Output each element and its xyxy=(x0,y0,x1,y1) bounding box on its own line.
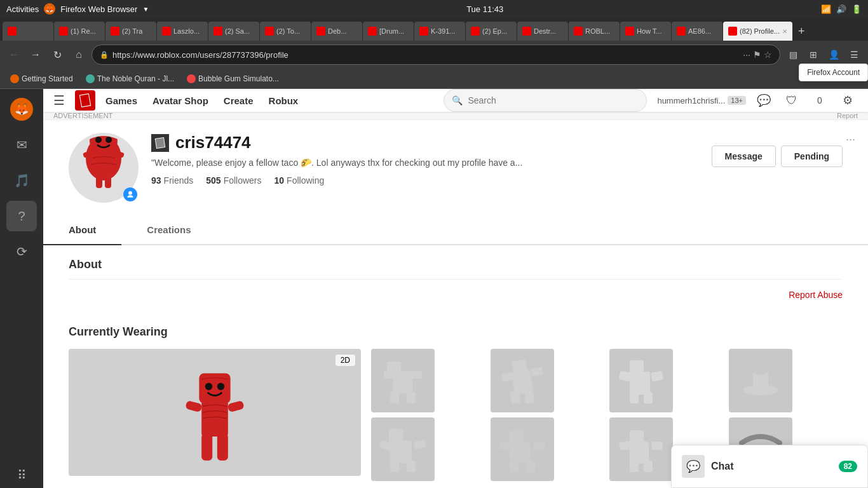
chat-bubble-icon: 💬 xyxy=(682,455,705,478)
tab-label-3: (2) Tra xyxy=(122,27,142,35)
back-button[interactable]: ← xyxy=(5,46,23,64)
report-abuse-link[interactable]: Report Abuse xyxy=(69,287,843,302)
shield-header-icon[interactable]: 🛡 xyxy=(782,90,802,111)
tab-11[interactable]: Destr... xyxy=(517,22,568,41)
hamburger-menu-icon[interactable]: ☰ xyxy=(53,93,65,108)
svg-rect-25 xyxy=(390,392,399,403)
advertisement-label: ADVERTISEMENT xyxy=(53,112,112,119)
followers-count: 505 xyxy=(206,175,220,186)
friends-stat: 93 Friends xyxy=(151,175,193,186)
sidebar-toggle-icon[interactable]: ⊞ xyxy=(804,46,822,64)
tab-label-13: How T... xyxy=(637,27,662,35)
forward-button[interactable]: → xyxy=(27,46,44,64)
bookmark-quran[interactable]: The Noble Quran - Jl... xyxy=(81,73,179,85)
pocket-icon[interactable]: ⚑ xyxy=(753,50,761,60)
nav-create[interactable]: Create xyxy=(224,95,254,106)
wearing-item-7[interactable] xyxy=(609,417,673,481)
svg-rect-49 xyxy=(510,442,530,463)
chat-header-icon[interactable]: 💬 xyxy=(754,90,774,111)
following-stat: 10 Following xyxy=(275,175,325,186)
new-tab-button[interactable]: + xyxy=(793,22,810,41)
tab-12[interactable]: ROBL... xyxy=(569,22,620,41)
sidebar-extension-update[interactable]: ⟳ xyxy=(6,236,37,267)
svg-rect-34 xyxy=(630,372,650,395)
tab-favicon-4 xyxy=(162,27,171,36)
sidebar-more-apps[interactable]: ⠿ xyxy=(17,468,27,483)
tab-8[interactable]: [Drum... xyxy=(363,22,414,41)
wearing-item-3[interactable] xyxy=(609,349,673,412)
tab-favicon-6 xyxy=(265,27,274,36)
bookmark-bubblegum[interactable]: Bubble Gum Simulato... xyxy=(182,73,284,85)
firefox-icon: 🦊 xyxy=(44,3,55,15)
nav-games[interactable]: Games xyxy=(105,95,137,106)
profile-info: cris74474 "Welcome, please enjoy a fello… xyxy=(151,133,699,186)
friends-count: 93 xyxy=(151,175,161,186)
browser-window: (1) Re... (2) Tra Laszlo... (2) Sa... (2… xyxy=(0,18,868,488)
profile-tabs: About Creations xyxy=(43,215,868,245)
svg-rect-37 xyxy=(630,392,639,403)
toggle-2d-button[interactable]: 2D xyxy=(335,354,356,367)
reload-button[interactable]: ↻ xyxy=(48,46,66,64)
svg-point-10 xyxy=(128,191,132,195)
chat-bubble[interactable]: 💬 Chat 82 xyxy=(671,445,868,488)
account-icon[interactable]: 👤 xyxy=(825,46,843,64)
tab-7[interactable]: Deb... xyxy=(311,22,362,41)
pending-button[interactable]: Pending xyxy=(781,146,843,167)
url-bar[interactable]: 🔒 https://www.roblox.com/users/287737396… xyxy=(92,44,780,65)
tab-4[interactable]: Laszlo... xyxy=(157,22,208,41)
tab-favicon-10 xyxy=(471,27,480,36)
tab-13[interactable]: How T... xyxy=(620,22,671,41)
tab-6[interactable]: (2) To... xyxy=(260,22,311,41)
tab-14[interactable]: AE86... xyxy=(672,22,722,41)
wearing-item-5[interactable] xyxy=(371,417,435,481)
bookmark-label-3: Bubble Gum Simulato... xyxy=(198,74,279,83)
tab-creations[interactable]: Creations xyxy=(121,215,216,245)
home-button[interactable]: ⌂ xyxy=(70,46,88,64)
search-bar[interactable]: 🔍 xyxy=(444,89,647,112)
svg-rect-17 xyxy=(185,400,202,412)
tab-3[interactable]: (2) Tra xyxy=(105,22,156,41)
tab-about[interactable]: About xyxy=(43,215,121,245)
tab-2[interactable]: (1) Re... xyxy=(54,22,105,41)
more-options-icon[interactable]: ··· xyxy=(743,50,750,60)
bookmark-getting-started[interactable]: Getting Started xyxy=(5,73,78,85)
wearing-item-4[interactable] xyxy=(729,349,792,412)
library-icon[interactable]: ▤ xyxy=(784,46,802,64)
profile-more-options[interactable]: ··· xyxy=(846,133,855,146)
nav-avatar-shop[interactable]: Avatar Shop xyxy=(153,95,208,106)
username-display: hummerh1chrisfi... 13+ xyxy=(657,96,746,105)
sidebar-extension-question[interactable]: ? xyxy=(6,201,37,231)
wearing-item-1[interactable] xyxy=(371,349,435,412)
svg-rect-8 xyxy=(96,175,102,188)
tab-1[interactable] xyxy=(3,22,53,41)
svg-rect-47 xyxy=(407,461,416,472)
browser-title-label: Firefox Web Browser xyxy=(60,4,137,14)
tab-5[interactable]: (2) Sa... xyxy=(208,22,259,41)
wearing-item-2[interactable] xyxy=(491,349,554,412)
roblox-profile-badge xyxy=(151,134,169,152)
followers-stat: 505 Followers xyxy=(206,175,261,186)
sidebar-extension-music[interactable]: 🎵 xyxy=(6,165,37,196)
tab-favicon-15 xyxy=(728,27,737,36)
menu-icon[interactable]: ☰ xyxy=(845,46,863,64)
left-sidebar: 🦊 ✉ 🎵 ? ⟳ ⠿ xyxy=(0,89,43,488)
message-button[interactable]: Message xyxy=(712,146,776,167)
tab-15-active[interactable]: (82) Profile... ✕ xyxy=(723,22,792,41)
svg-rect-59 xyxy=(644,461,653,472)
url-bar-icons: ··· ⚑ ☆ xyxy=(743,50,772,60)
dropdown-arrow-icon: ▼ xyxy=(142,6,149,13)
bookmark-star-icon[interactable]: ☆ xyxy=(764,50,772,60)
search-input[interactable] xyxy=(468,95,639,105)
settings-icon[interactable]: ⚙ xyxy=(837,90,858,111)
report-ad-link[interactable]: Report xyxy=(837,112,858,119)
roblox-logo[interactable] xyxy=(75,90,95,111)
svg-rect-20 xyxy=(217,433,228,461)
wearing-item-6[interactable] xyxy=(491,417,554,481)
tab-10[interactable]: (2) Ep... xyxy=(466,22,517,41)
tab-9[interactable]: K-391... xyxy=(414,22,465,41)
notifications-icon[interactable]: 0 xyxy=(810,90,830,111)
activities-label[interactable]: Activities xyxy=(6,4,39,14)
tab-close-icon[interactable]: ✕ xyxy=(782,28,787,35)
sidebar-extension-mail[interactable]: ✉ xyxy=(6,130,37,160)
nav-robux[interactable]: Robux xyxy=(269,95,299,106)
